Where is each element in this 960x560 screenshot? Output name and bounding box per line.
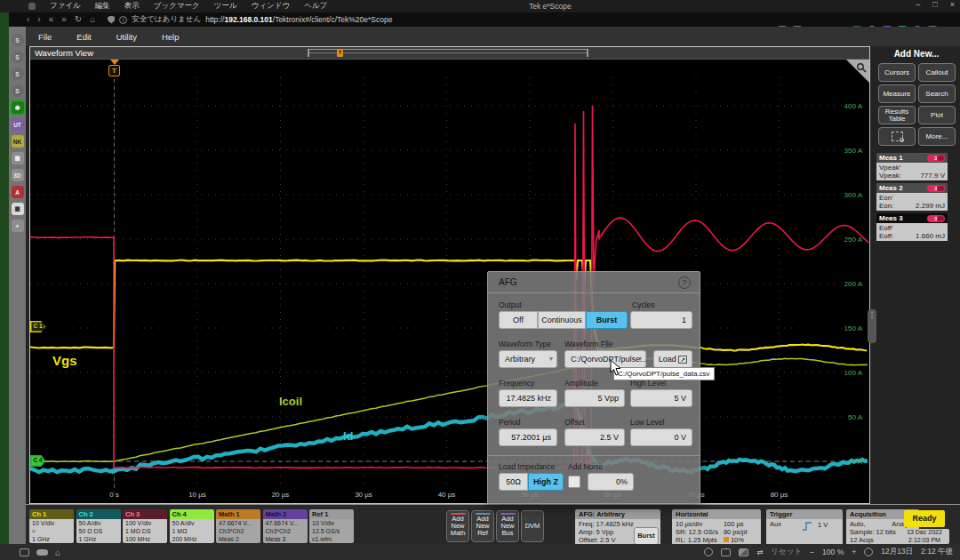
cloud-icon[interactable] bbox=[36, 549, 48, 556]
add-new-ref-button[interactable]: AddNewRef bbox=[471, 510, 494, 542]
image-icon[interactable] bbox=[739, 548, 748, 556]
browser-menu-item[interactable]: ウィンドウ bbox=[244, 1, 298, 12]
impedance-50ω-button[interactable]: 50Ω bbox=[499, 473, 528, 491]
dock-active-scope-app-icon[interactable]: ◉ bbox=[12, 101, 24, 114]
forward-icon[interactable]: › bbox=[37, 13, 40, 26]
home-icon[interactable]: ⌂ bbox=[55, 548, 60, 557]
amplitude-field[interactable]: 5 Vpp bbox=[564, 389, 625, 407]
dock-alert-app-icon[interactable]: A bbox=[12, 186, 24, 198]
prev-icon[interactable]: « bbox=[49, 13, 54, 26]
horizontal-badge[interactable]: Horizontal 10 µs/div SR: 12.5 GS/s RL: 1… bbox=[672, 509, 761, 548]
afg-burst-button[interactable]: Burst bbox=[634, 527, 659, 545]
scope-menu-edit[interactable]: Edit bbox=[64, 32, 103, 42]
minimize-button[interactable]: – bbox=[916, 0, 920, 9]
more--button[interactable]: More... bbox=[918, 127, 956, 146]
maximize-button[interactable]: □ bbox=[932, 0, 937, 9]
scope-menu-utility[interactable]: Utility bbox=[104, 32, 149, 42]
dock-session-4-icon[interactable]: S bbox=[12, 84, 24, 97]
browser-menu-item[interactable]: 編集 bbox=[88, 1, 117, 12]
badge-ch2[interactable]: Ch 250 A/div50 Ω DS1 GHz bbox=[76, 509, 121, 543]
dock-3d-app-icon[interactable]: 3D bbox=[12, 169, 24, 181]
close-button[interactable]: × bbox=[950, 0, 955, 9]
trace-vds-drain[interactable] bbox=[30, 106, 868, 468]
dock-session-2-icon[interactable]: S bbox=[12, 51, 24, 63]
dock-nk-app-icon[interactable]: NK bbox=[12, 135, 24, 148]
browser-menu-item[interactable]: 表示 bbox=[117, 1, 147, 12]
cursors-button[interactable]: Cursors bbox=[878, 63, 916, 82]
channel-badge-row: 1 GHz bbox=[79, 535, 118, 543]
scope-menu-file[interactable]: File bbox=[26, 32, 64, 42]
back-icon[interactable]: ‹ bbox=[27, 13, 29, 26]
add-new-bus-button[interactable]: AddNewBus bbox=[496, 510, 519, 542]
measurement-badge[interactable]: Meas 23Eon'Eon:2.299 mJ bbox=[876, 183, 948, 211]
low-level-field[interactable]: 0 V bbox=[630, 428, 692, 446]
badge-ch1[interactable]: Ch 110 V/div≈1 GHz bbox=[29, 509, 74, 543]
dock-add-app-icon[interactable]: + bbox=[12, 220, 24, 232]
cycles-field[interactable]: 1 bbox=[630, 311, 692, 329]
minimap-trigger-icon[interactable]: T bbox=[337, 49, 343, 57]
search-button[interactable]: Search bbox=[918, 84, 956, 103]
zoom-in-button[interactable]: + bbox=[852, 548, 856, 556]
waveform-type-select[interactable]: Arbitrary▾ bbox=[499, 350, 557, 368]
callout-button[interactable]: Callout bbox=[918, 63, 956, 82]
add-noise-checkbox[interactable] bbox=[568, 476, 580, 488]
badge-math1[interactable]: Math 147.6674 V...Ch3*Ch2Meas 2 bbox=[216, 509, 260, 543]
apps-icon[interactable] bbox=[20, 548, 29, 556]
reset-button[interactable]: リセット bbox=[771, 547, 802, 557]
browser-menu-item[interactable]: ツール bbox=[207, 1, 244, 12]
dock-qr-app-icon[interactable]: ▦ bbox=[12, 152, 24, 164]
measurement-badge[interactable]: Meas 33Eoff'Eoff:1.660 mJ bbox=[876, 213, 948, 241]
badge-ch3[interactable]: Ch 3100 V/div1 MΩ DS100 MHz bbox=[123, 509, 167, 543]
info-icon[interactable]: i bbox=[119, 16, 127, 24]
browser-menu-item[interactable]: ファイル bbox=[43, 1, 88, 12]
waveform-view[interactable]: Waveform View T 0 s10 µs20 µs30 µs40 µs5… bbox=[29, 46, 870, 504]
reload-icon[interactable]: ↻ bbox=[75, 13, 82, 26]
high-level-field[interactable]: 5 V bbox=[630, 389, 692, 407]
badge-ch4[interactable]: Ch 450 A/div1 MΩ200 MHz bbox=[170, 509, 214, 543]
trigger-badge[interactable]: Trigger Aux 1 V bbox=[766, 509, 843, 548]
measure-button[interactable]: Measure bbox=[878, 84, 916, 103]
home-icon[interactable]: ⌂ bbox=[90, 13, 95, 26]
measurement-badge[interactable]: Meas 13Vpeak'Vpeak:777.9 V bbox=[876, 153, 948, 180]
help-icon[interactable]: ? bbox=[678, 276, 691, 289]
badge-math2[interactable]: Math 247.6674 V...Ch3*Ch2Meas 3 bbox=[263, 509, 308, 543]
zoom-out-button[interactable]: − bbox=[810, 548, 814, 556]
dvm-button[interactable]: DVM bbox=[521, 510, 544, 542]
afg-dialog[interactable]: AFG ? Output Cycles 1 Waveform Type Wave… bbox=[487, 271, 700, 504]
url-text[interactable]: http://192.168.0.101/Tektronix#/client/c… bbox=[205, 15, 392, 24]
window-icon[interactable] bbox=[721, 548, 731, 556]
plot-button[interactable]: Plot bbox=[918, 106, 956, 124]
next-icon[interactable]: » bbox=[61, 13, 67, 26]
dock-session-1-icon[interactable]: S bbox=[12, 34, 24, 46]
offset-field[interactable]: 2.5 V bbox=[564, 428, 625, 446]
browser-menu-item[interactable]: ヘルプ bbox=[297, 1, 334, 12]
record-minimap[interactable]: T bbox=[308, 49, 588, 57]
output-burst-button[interactable]: Burst bbox=[586, 311, 628, 329]
trigger-position-marker[interactable]: T bbox=[108, 60, 121, 76]
add-new-math-button[interactable]: AddNewMath bbox=[446, 510, 469, 542]
results-table-button[interactable]: Results Table bbox=[878, 106, 916, 124]
dock-ut-app-icon[interactable]: UT bbox=[12, 118, 24, 131]
output-off-button[interactable]: Off bbox=[499, 311, 538, 329]
browser-menu-item[interactable]: ブックマーク bbox=[147, 1, 207, 12]
impedance-highz-button[interactable]: High Z bbox=[528, 473, 564, 491]
frequency-field[interactable]: 17.4825 kHz bbox=[499, 389, 557, 407]
output-continuous-button[interactable]: Continuous bbox=[538, 311, 586, 329]
trace-icoil-current[interactable] bbox=[30, 358, 868, 461]
camera-icon[interactable] bbox=[704, 548, 713, 556]
trace-id-current[interactable] bbox=[30, 404, 868, 472]
waveform-plot[interactable]: 0 s10 µs20 µs30 µs40 µs50 µs60 µs70 µs80… bbox=[30, 60, 869, 503]
noise-percent-field[interactable]: 0% bbox=[588, 473, 634, 491]
waveform-file-select[interactable]: C:/QorvoDPT/pulse...▾ bbox=[564, 350, 646, 368]
load-button[interactable]: Load ↗ bbox=[653, 350, 692, 368]
afg-badge[interactable]: AFG: Arbitrary Freq: 17.4825 kHz Amp: 5 … bbox=[575, 509, 660, 548]
scope-menu-help[interactable]: Help bbox=[149, 32, 192, 42]
zoom-area-button[interactable] bbox=[878, 127, 916, 146]
period-field[interactable]: 57.2001 µs bbox=[499, 428, 557, 446]
badge-ref1[interactable]: Ref 110 V/div12.5 GS/sc1.wfm bbox=[309, 509, 354, 543]
dock-grid-app-icon[interactable]: ▦ bbox=[12, 203, 24, 215]
swap-icon[interactable]: ⇄ bbox=[756, 548, 763, 556]
address-bar[interactable]: i 安全ではありません http://192.168.0.101/Tektron… bbox=[108, 14, 392, 25]
dock-session-3-icon[interactable]: S bbox=[12, 68, 24, 80]
trace-vgs-gate[interactable] bbox=[30, 260, 867, 351]
